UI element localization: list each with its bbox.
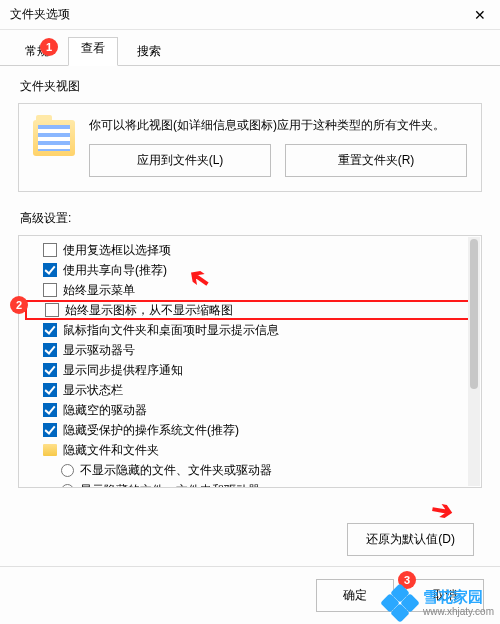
checkbox[interactable] (43, 383, 57, 397)
advanced-item-label: 显示驱动器号 (63, 342, 135, 359)
reset-folders-button[interactable]: 重置文件夹(R) (285, 144, 467, 177)
advanced-item-label: 显示状态栏 (63, 382, 123, 399)
annotation-badge-2: 2 (10, 296, 28, 314)
window-title: 文件夹选项 (10, 6, 70, 23)
advanced-item-label: 隐藏文件和文件夹 (63, 442, 159, 459)
watermark-icon (383, 586, 417, 620)
checkbox[interactable] (43, 343, 57, 357)
restore-defaults-button[interactable]: 还原为默认值(D) (347, 523, 474, 556)
advanced-item-label: 隐藏空的驱动器 (63, 402, 147, 419)
advanced-item[interactable]: 显示同步提供程序通知 (25, 360, 475, 380)
radio[interactable] (61, 464, 74, 477)
checkbox[interactable] (43, 283, 57, 297)
advanced-item[interactable]: 显示驱动器号 (25, 340, 475, 360)
advanced-item[interactable]: 隐藏受保护的操作系统文件(推荐) (25, 420, 475, 440)
checkbox[interactable] (43, 263, 57, 277)
radio[interactable] (61, 484, 74, 489)
advanced-item-label: 不显示隐藏的文件、文件夹或驱动器 (80, 462, 272, 479)
advanced-item[interactable]: 显示状态栏 (25, 380, 475, 400)
advanced-item-label: 显示隐藏的文件、文件夹和驱动器 (80, 482, 260, 489)
advanced-item[interactable]: 鼠标指向文件夹和桌面项时显示提示信息 (25, 320, 475, 340)
advanced-item-label: 使用共享向导(推荐) (63, 262, 167, 279)
advanced-item-label: 鼠标指向文件夹和桌面项时显示提示信息 (63, 322, 279, 339)
checkbox[interactable] (43, 363, 57, 377)
watermark: 雪花家园 www.xhjaty.com (383, 586, 494, 620)
advanced-item-label: 显示同步提供程序通知 (63, 362, 183, 379)
folder-view-desc: 你可以将此视图(如详细信息或图标)应用于这种类型的所有文件夹。 (89, 116, 467, 134)
checkbox[interactable] (43, 423, 57, 437)
annotation-badge-1: 1 (40, 38, 58, 56)
advanced-item[interactable]: 始终显示菜单 (25, 280, 475, 300)
watermark-url: www.xhjaty.com (423, 606, 494, 617)
scrollbar-thumb[interactable] (470, 239, 478, 389)
advanced-item-label: 始终显示菜单 (63, 282, 135, 299)
advanced-item-label: 使用复选框以选择项 (63, 242, 171, 259)
advanced-group[interactable]: 隐藏文件和文件夹 (25, 440, 475, 460)
tab-search[interactable]: 搜索 (122, 37, 176, 66)
advanced-item[interactable]: 使用共享向导(推荐) (25, 260, 475, 280)
folder-icon (43, 444, 57, 456)
advanced-item[interactable]: 隐藏空的驱动器 (25, 400, 475, 420)
folder-view-box: 你可以将此视图(如详细信息或图标)应用于这种类型的所有文件夹。 应用到文件夹(L… (18, 103, 482, 192)
advanced-item[interactable]: 始终显示图标，从不显示缩略图 (25, 300, 475, 320)
advanced-settings-box: 使用复选框以选择项使用共享向导(推荐)始终显示菜单始终显示图标，从不显示缩略图鼠… (18, 235, 482, 488)
advanced-item-label: 隐藏受保护的操作系统文件(推荐) (63, 422, 239, 439)
advanced-radio-item[interactable]: 不显示隐藏的文件、文件夹或驱动器 (25, 460, 475, 480)
close-button[interactable]: ✕ (466, 7, 494, 23)
apply-to-folders-button[interactable]: 应用到文件夹(L) (89, 144, 271, 177)
checkbox[interactable] (43, 243, 57, 257)
folder-view-label: 文件夹视图 (20, 78, 482, 95)
advanced-item-label: 始终显示图标，从不显示缩略图 (65, 302, 233, 319)
tab-bar: 常规 查看 搜索 (0, 30, 500, 66)
folder-icon (33, 120, 75, 156)
advanced-radio-item[interactable]: 显示隐藏的文件、文件夹和驱动器 (25, 480, 475, 488)
advanced-item[interactable]: 使用复选框以选择项 (25, 240, 475, 260)
tab-view[interactable]: 查看 (68, 37, 118, 66)
checkbox[interactable] (43, 323, 57, 337)
checkbox[interactable] (45, 303, 59, 317)
advanced-label: 高级设置: (20, 210, 482, 227)
checkbox[interactable] (43, 403, 57, 417)
scrollbar[interactable] (468, 237, 480, 486)
watermark-name: 雪花家园 (423, 589, 494, 606)
